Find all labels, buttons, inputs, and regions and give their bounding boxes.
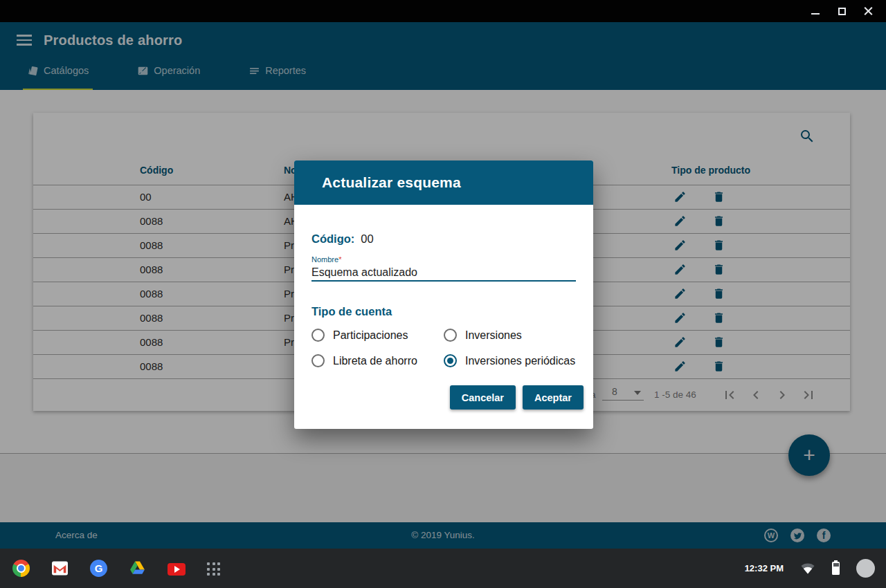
radio-circle-icon	[444, 354, 457, 367]
dialog-actions: Cancelar Aceptar	[311, 385, 584, 410]
wifi-icon	[800, 560, 815, 578]
apps-grid-icon[interactable]	[207, 562, 220, 576]
update-scheme-dialog: Actualizar esquema Código:00 Nombre* Tip…	[294, 160, 593, 429]
os-shelf: G 12:32 PM	[0, 549, 886, 588]
nombre-label: Nombre*	[311, 255, 576, 264]
nombre-label-text: Nombre	[311, 255, 338, 264]
youtube-icon[interactable]	[168, 563, 186, 576]
dialog-title: Actualizar esquema	[322, 174, 461, 191]
chrome-icon[interactable]	[12, 560, 30, 577]
dialog-body: Código:00 Nombre* Tipo de cuenta Partici…	[294, 232, 593, 410]
radio-label: Libreta de ahorro	[333, 355, 417, 367]
codigo-value: 00	[361, 232, 373, 245]
radio-label: Participaciones	[333, 329, 408, 342]
gmail-icon[interactable]	[51, 560, 69, 577]
drive-icon[interactable]	[129, 560, 146, 577]
radio-circle-icon	[311, 329, 325, 342]
radio-libreta-de-ahorro[interactable]: Libreta de ahorro	[311, 354, 444, 367]
play-icon	[174, 566, 180, 573]
radio-circle-icon	[311, 354, 325, 367]
shelf-apps: G	[11, 560, 220, 577]
window-titlebar	[0, 0, 886, 22]
radio-inversiones[interactable]: Inversiones	[444, 329, 576, 342]
radio-circle-icon	[444, 329, 457, 342]
nombre-input[interactable]	[311, 264, 576, 282]
nombre-field: Nombre*	[311, 255, 576, 282]
system-tray[interactable]: 12:32 PM	[745, 549, 875, 588]
maximize-icon[interactable]	[836, 6, 847, 17]
close-icon[interactable]	[862, 6, 874, 17]
google-g-glyph: G	[95, 562, 103, 574]
dialog-header: Actualizar esquema	[294, 160, 593, 205]
accept-button[interactable]: Aceptar	[523, 385, 584, 410]
clock: 12:32 PM	[745, 563, 784, 573]
google-icon[interactable]: G	[90, 560, 107, 577]
radio-participaciones[interactable]: Participaciones	[311, 329, 444, 342]
cancel-button[interactable]: Cancelar	[450, 385, 516, 410]
minimize-icon[interactable]	[810, 6, 821, 17]
account-type-options: Participaciones Inversiones Libreta de a…	[311, 329, 576, 367]
battery-icon	[832, 562, 840, 575]
codigo-label: Código:	[311, 232, 354, 245]
screen: Productos de ahorro Catálogos Operación …	[0, 0, 886, 588]
avatar[interactable]	[856, 559, 875, 578]
required-marker: *	[338, 255, 341, 264]
codigo-row: Código:00	[311, 232, 576, 246]
tipo-cuenta-heading: Tipo de cuenta	[311, 305, 576, 318]
radio-label: Inversiones	[465, 329, 522, 342]
radio-inversiones-periodicas[interactable]: Inversiones periódicas	[444, 354, 576, 367]
radio-label: Inversiones periódicas	[465, 355, 575, 367]
webview: Productos de ahorro Catálogos Operación …	[0, 22, 886, 549]
